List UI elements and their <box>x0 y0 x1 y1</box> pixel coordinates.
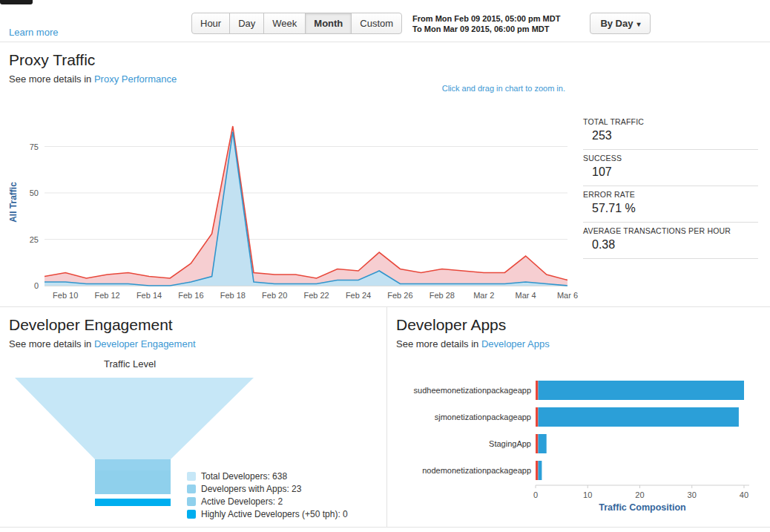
zoom-hint: Click and drag in chart to zoom in. <box>442 84 565 93</box>
caret-down-icon: ▾ <box>636 20 640 28</box>
engagement-subtitle: See more details in Developer Engagement <box>9 338 386 349</box>
proxy-traffic-chart[interactable]: 0255075Feb 10Feb 12Feb 14Feb 16Feb 18Feb… <box>6 108 581 306</box>
svg-text:sudheemonetizationpackageapp: sudheemonetizationpackageapp <box>414 386 531 395</box>
apps-chart-svg: sudheemonetizationpackageappsjmonetizati… <box>392 372 766 517</box>
svg-text:StagingApp: StagingApp <box>489 439 531 448</box>
legend-label: Total Developers: 638 <box>201 471 287 482</box>
stat-value: 253 <box>583 129 758 142</box>
traffic-stats-panel: TOTAL TRAFFIC253SUCCESS107ERROR RATE57.7… <box>583 114 758 259</box>
svg-text:All Traffic: All Traffic <box>8 182 19 223</box>
svg-text:Feb 24: Feb 24 <box>346 291 371 300</box>
developer-engagement-section: Developer Engagement See more details in… <box>0 307 386 527</box>
svg-text:Feb 14: Feb 14 <box>136 291 162 300</box>
legend-swatch-icon <box>187 510 196 519</box>
legend-label: Highly Active Developers (+50 tph): 0 <box>201 509 348 519</box>
date-range: From Mon Feb 09 2015, 05:00 pm MDT To Mo… <box>412 13 560 34</box>
svg-text:Traffic Composition: Traffic Composition <box>599 502 685 513</box>
stat-label: SUCCESS <box>583 154 758 162</box>
proxy-subtitle: See more details in Proxy Performance <box>9 73 770 85</box>
svg-text:Feb 12: Feb 12 <box>94 291 119 300</box>
developer-engagement-link[interactable]: Developer Engagement <box>94 338 196 349</box>
stat-value: 57.71 % <box>583 202 758 215</box>
bottom-row: Developer Engagement See more details in… <box>0 307 770 528</box>
svg-text:Mar 6: Mar 6 <box>557 291 578 300</box>
stat-item: TOTAL TRAFFIC253 <box>583 114 758 150</box>
developer-apps-link[interactable]: Developer Apps <box>481 338 550 349</box>
svg-text:Feb 10: Feb 10 <box>53 291 78 300</box>
funnel-chart: Traffic Level Total Developers: 638Devel… <box>0 352 386 522</box>
svg-text:Feb 26: Feb 26 <box>387 291 412 300</box>
toolbar: Learn more HourDayWeekMonthCustom From M… <box>0 0 770 42</box>
proxy-traffic-title: Proxy Traffic <box>9 51 770 69</box>
svg-text:Feb 20: Feb 20 <box>262 291 287 300</box>
engagement-subtitle-text: See more details in <box>9 338 91 349</box>
svg-text:75: 75 <box>30 142 39 151</box>
range-button-group: HourDayWeekMonthCustom <box>191 13 402 34</box>
date-to: To Mon Mar 09 2015, 06:00 pm MDT <box>412 24 560 34</box>
svg-text:40: 40 <box>740 490 748 499</box>
svg-text:10: 10 <box>583 490 592 499</box>
legend-label: Active Developers: 2 <box>201 496 283 507</box>
funnel-legend-item: Total Developers: 638 <box>187 471 348 482</box>
proxy-subtitle-text: See more details in <box>9 73 91 85</box>
stat-value: 107 <box>583 165 758 179</box>
svg-text:30: 30 <box>688 490 697 499</box>
svg-text:Feb 22: Feb 22 <box>303 291 329 300</box>
stat-value: 0.38 <box>583 238 758 252</box>
proxy-traffic-section: Proxy Traffic See more details in Proxy … <box>0 42 770 307</box>
stat-label: ERROR RATE <box>583 190 758 199</box>
time-range-controls: HourDayWeekMonthCustom From Mon Feb 09 2… <box>191 13 651 34</box>
svg-text:Feb 28: Feb 28 <box>430 291 455 300</box>
svg-text:nodemonetizationpackageapp: nodemonetizationpackageapp <box>422 466 531 475</box>
svg-text:Mar 2: Mar 2 <box>473 291 494 300</box>
svg-text:Feb 18: Feb 18 <box>220 291 246 300</box>
developer-apps-section: Developer Apps See more details in Devel… <box>386 307 770 527</box>
by-day-label: By Day <box>600 18 633 29</box>
date-from: From Mon Feb 09 2015, 05:00 pm MDT <box>412 13 560 24</box>
apps-subtitle-text: See more details in <box>396 338 478 349</box>
proxy-chart-svg: 0255075Feb 10Feb 12Feb 14Feb 16Feb 18Feb… <box>6 108 581 306</box>
svg-text:25: 25 <box>30 235 39 244</box>
stat-item: AVERAGE TRANSACTIONS PER HOUR0.38 <box>583 223 758 259</box>
funnel-legend-item: Developers with Apps: 23 <box>187 484 348 494</box>
svg-text:50: 50 <box>30 188 39 197</box>
legend-swatch-icon <box>187 497 196 506</box>
range-button-day[interactable]: Day <box>229 13 264 34</box>
legend-swatch-icon <box>187 485 196 493</box>
range-button-hour[interactable]: Hour <box>191 13 230 34</box>
svg-text:sjmonetizationpackageapp: sjmonetizationpackageapp <box>435 413 531 421</box>
proxy-performance-link[interactable]: Proxy Performance <box>94 73 177 85</box>
funnel-legend-item: Active Developers: 2 <box>187 496 348 507</box>
legend-label: Developers with Apps: 23 <box>201 484 301 494</box>
developer-engagement-title: Developer Engagement <box>9 316 386 334</box>
range-button-custom[interactable]: Custom <box>351 13 402 34</box>
stat-label: TOTAL TRAFFIC <box>583 117 758 126</box>
svg-text:Mar 4: Mar 4 <box>516 291 536 300</box>
funnel-title: Traffic Level <box>0 358 260 370</box>
legend-swatch-icon <box>187 472 196 481</box>
apps-subtitle: See more details in Developer Apps <box>396 338 770 349</box>
developer-apps-title: Developer Apps <box>396 316 770 334</box>
range-button-week[interactable]: Week <box>263 13 306 34</box>
developer-apps-chart: sudheemonetizationpackageappsjmonetizati… <box>392 372 766 517</box>
range-button-month[interactable]: Month <box>305 13 352 34</box>
funnel-legend-item: Highly Active Developers (+50 tph): 0 <box>187 509 348 519</box>
svg-text:Feb 16: Feb 16 <box>178 291 203 300</box>
svg-text:0: 0 <box>34 281 39 290</box>
learn-more-link[interactable]: Learn more <box>9 27 58 38</box>
svg-text:0: 0 <box>533 490 538 499</box>
stat-item: SUCCESS107 <box>583 150 758 186</box>
svg-text:20: 20 <box>635 490 644 499</box>
by-day-dropdown[interactable]: By Day▾ <box>590 13 651 34</box>
funnel-legend: Total Developers: 638Developers with App… <box>187 471 348 522</box>
stat-item: ERROR RATE57.71 % <box>583 186 758 223</box>
stat-label: AVERAGE TRANSACTIONS PER HOUR <box>583 226 758 235</box>
